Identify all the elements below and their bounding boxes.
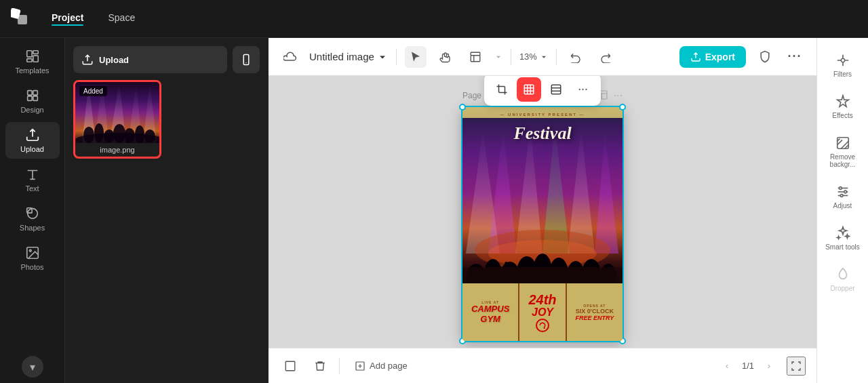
right-item-remove-bg[interactable]: Remove backgr... [821, 129, 865, 175]
zoom-level: 13% [519, 52, 537, 62]
svg-rect-5 [26, 59, 31, 62]
undo-button[interactable] [565, 46, 587, 68]
right-item-adjust-label: Adjust [833, 202, 852, 209]
svg-rect-1 [18, 15, 27, 24]
add-page-label: Add page [370, 361, 408, 371]
svg-point-22 [83, 127, 94, 143]
svg-point-28 [144, 129, 155, 143]
svg-rect-7 [33, 91, 37, 95]
poster-entry-section: OPENS AT SIX 0'CLOCK FREE ENTRY [567, 283, 623, 341]
mobile-upload-button[interactable] [233, 46, 260, 73]
svg-point-65 [840, 195, 843, 197]
svg-point-27 [135, 125, 144, 143]
right-item-effects-label: Effects [832, 112, 852, 119]
hand-tool-button[interactable] [435, 46, 456, 68]
poster-date: 24th [528, 293, 556, 306]
svg-rect-29 [471, 52, 480, 62]
upload-button[interactable]: Upload [73, 46, 227, 73]
canvas-content[interactable]: Page 1 ··· — UNIVERSITY PRESENT — [269, 76, 816, 348]
right-item-effects[interactable]: Effects [821, 87, 865, 126]
poster-joy: JOY [532, 306, 553, 319]
app-logo[interactable] [8, 5, 35, 33]
select-tool-button[interactable] [405, 46, 427, 68]
svg-rect-4 [33, 56, 37, 62]
canvas-delete-button[interactable] [309, 355, 331, 377]
canvas-frame-button[interactable] [279, 355, 301, 377]
sidebar-item-design[interactable]: Design [5, 83, 60, 119]
export-button-label: Export [705, 52, 735, 62]
svg-rect-3 [33, 51, 37, 54]
expand-button[interactable] [787, 357, 806, 376]
upload-panel: Upload [65, 38, 269, 383]
sidebar-item-photos[interactable]: Photos [5, 240, 60, 277]
sidebar-item-photos-label: Photos [20, 263, 43, 271]
shield-button[interactable] [754, 46, 776, 68]
right-sidebar: Filters Effects Remove backgr... [816, 38, 868, 383]
panel-files-grid: Added image.png [73, 80, 260, 159]
svg-rect-8 [27, 96, 31, 100]
poster-six-oclock: SIX 0'CLOCK [576, 308, 614, 315]
svg-point-58 [841, 58, 845, 62]
cloud-save-button[interactable] [279, 46, 301, 68]
topbar: Project Space [0, 0, 868, 38]
sidebar-item-templates-label: Templates [15, 66, 49, 75]
svg-rect-53 [462, 267, 623, 283]
float-replace-button[interactable] [517, 77, 541, 102]
export-button[interactable]: Export [679, 46, 746, 68]
sidebar-more-button[interactable]: ▾ [22, 356, 43, 378]
sidebar-item-upload[interactable]: Upload [5, 122, 60, 159]
add-page-button[interactable]: Add page [348, 357, 414, 376]
float-crop-button[interactable] [490, 77, 514, 102]
bottom-separator [339, 358, 340, 374]
toolbar-separator-2 [511, 49, 511, 65]
left-sidebar: Templates Design Upload Text [0, 38, 65, 383]
svg-point-13 [29, 249, 31, 251]
right-item-filters[interactable]: Filters [821, 46, 865, 85]
tab-space[interactable]: Space [97, 8, 146, 30]
toolbar-separator-3 [556, 49, 557, 65]
sidebar-item-text[interactable]: Text [5, 161, 60, 198]
layout-dropdown-icon[interactable] [494, 53, 502, 61]
poster-university-text: — UNIVERSITY PRESENT — [462, 107, 623, 117]
svg-rect-2 [26, 51, 31, 57]
page-container: Page 1 ··· — UNIVERSITY PRESENT — [462, 89, 623, 341]
right-item-dropper: Dropper [821, 260, 865, 299]
right-item-smart-tools[interactable]: Smart tools [821, 219, 865, 258]
canvas-card[interactable]: — UNIVERSITY PRESENT — [462, 107, 623, 341]
list-item[interactable]: Added image.png [73, 80, 161, 159]
svg-point-25 [113, 124, 125, 143]
page-label-icons: ··· [597, 89, 623, 102]
sidebar-item-shapes[interactable]: Shapes [5, 201, 60, 237]
svg-rect-54 [524, 85, 534, 94]
sidebar-item-templates[interactable]: Templates [5, 43, 60, 80]
right-item-adjust[interactable]: Adjust [821, 178, 865, 216]
upload-row: Upload [73, 46, 260, 73]
float-more-button[interactable]: ··· [571, 77, 595, 102]
right-item-remove-bg-label: Remove backgr... [824, 153, 862, 168]
page-next-button[interactable]: › [760, 357, 778, 376]
svg-point-64 [844, 190, 846, 193]
right-item-dropper-label: Dropper [830, 285, 854, 292]
svg-point-23 [94, 123, 104, 142]
zoom-control[interactable]: 13% [519, 52, 548, 62]
page-more-button[interactable]: ··· [614, 89, 623, 102]
sidebar-item-text-label: Text [25, 184, 39, 193]
tab-project[interactable]: Project [41, 8, 94, 30]
float-mask-button[interactable] [544, 77, 568, 102]
poster-date-section: 24th JOY [519, 283, 566, 341]
poster-festival-title: Festival [462, 123, 623, 144]
svg-rect-55 [551, 85, 561, 94]
toolbar-separator [396, 49, 397, 65]
layout-tool-button[interactable] [465, 46, 486, 68]
more-options-button[interactable]: ··· [784, 46, 806, 68]
svg-rect-9 [33, 96, 37, 100]
page-navigation: ‹ 1/1 › [717, 357, 778, 376]
page-indicator: 1/1 [742, 361, 754, 371]
file-name: image.png [75, 143, 159, 157]
redo-button[interactable] [595, 46, 616, 68]
right-item-smart-tools-label: Smart tools [825, 243, 860, 251]
canvas-toolbar: Untitled image [269, 38, 816, 76]
main-layout: Templates Design Upload Text [0, 38, 868, 383]
page-prev-button[interactable]: ‹ [717, 357, 736, 376]
document-name[interactable]: Untitled image [309, 51, 388, 62]
